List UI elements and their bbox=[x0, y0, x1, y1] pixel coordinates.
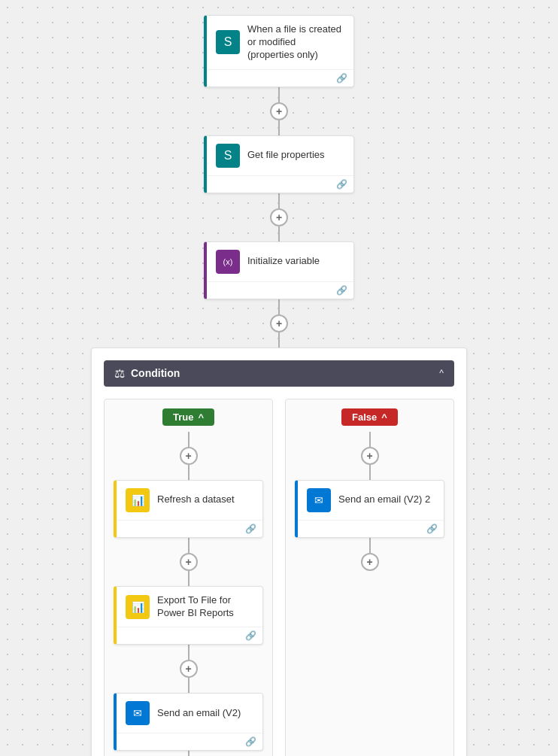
line bbox=[188, 432, 190, 447]
get-file-label: Get file properties bbox=[247, 149, 325, 162]
line bbox=[369, 465, 371, 480]
export-file-label: Export To File for Power BI Reports bbox=[157, 594, 253, 620]
condition-title: Condition bbox=[131, 367, 180, 379]
condition-collapse-btn[interactable]: ^ bbox=[439, 368, 444, 378]
link-icon-4: 🔗 bbox=[245, 524, 256, 534]
true-branch-label: True bbox=[173, 411, 193, 423]
line bbox=[188, 678, 190, 693]
export-file-card[interactable]: 📊 Export To File for Power BI Reports 🔗 bbox=[114, 586, 263, 645]
line bbox=[369, 538, 371, 553]
outlook-icon-2: ✉ bbox=[307, 488, 331, 512]
true-connector-2: + bbox=[180, 538, 198, 586]
send-email-v2-2-label: Send an email (V2) 2 bbox=[338, 493, 430, 506]
powerbi-icon-2: 📊 bbox=[126, 595, 150, 619]
true-collapse-icon: ^ bbox=[198, 411, 204, 423]
line bbox=[278, 226, 280, 241]
line bbox=[278, 332, 280, 348]
line bbox=[188, 571, 190, 586]
sharepoint-icon: S bbox=[216, 30, 240, 54]
line bbox=[188, 465, 190, 480]
outlook-icon-1: ✉ bbox=[126, 701, 150, 725]
link-icon-5: 🔗 bbox=[245, 630, 256, 641]
add-false-step-button-2[interactable]: + bbox=[361, 553, 379, 571]
condition-block: ⚖ Condition ^ True ^ + bbox=[91, 348, 467, 756]
init-var-label: Initialize variable bbox=[247, 255, 320, 268]
line bbox=[278, 120, 280, 135]
condition-header-left: ⚖ Condition bbox=[114, 366, 180, 381]
line bbox=[278, 299, 280, 314]
true-branch-header[interactable]: True ^ bbox=[162, 408, 214, 426]
add-step-button-2[interactable]: + bbox=[270, 208, 288, 226]
trigger-card[interactable]: S When a file is created or modified (pr… bbox=[204, 15, 354, 87]
add-false-step-button-1[interactable]: + bbox=[361, 447, 379, 465]
connector-1: + bbox=[270, 87, 288, 135]
line bbox=[278, 87, 280, 102]
line bbox=[278, 193, 280, 208]
true-connector-bottom: + bbox=[180, 751, 198, 756]
link-icon: 🔗 bbox=[336, 73, 347, 83]
add-true-step-button-3[interactable]: + bbox=[180, 660, 198, 678]
flow-canvas: S When a file is created or modified (pr… bbox=[0, 15, 558, 756]
get-file-card[interactable]: S Get file properties 🔗 bbox=[204, 135, 354, 193]
false-connector-bottom: + bbox=[361, 538, 379, 571]
trigger-label: When a file is created or modified (prop… bbox=[247, 23, 344, 62]
variable-icon: (x) bbox=[216, 250, 240, 274]
refresh-dataset-label: Refresh a dataset bbox=[157, 493, 235, 506]
connector-2: + bbox=[270, 193, 288, 241]
powerbi-icon-1: 📊 bbox=[126, 488, 150, 512]
true-connector-3: + bbox=[180, 645, 198, 693]
add-step-button-1[interactable]: + bbox=[270, 102, 288, 120]
add-true-step-button-1[interactable]: + bbox=[180, 447, 198, 465]
condition-icon: ⚖ bbox=[114, 366, 125, 381]
refresh-dataset-card[interactable]: 📊 Refresh a dataset 🔗 bbox=[114, 480, 263, 538]
false-connector-top: + bbox=[361, 432, 379, 480]
send-email-v2-2-card[interactable]: ✉ Send an email (V2) 2 🔗 bbox=[295, 480, 444, 538]
true-branch: True ^ + 📊 Refresh a dataset 🔗 bbox=[104, 399, 273, 756]
line bbox=[188, 645, 190, 660]
false-branch: False ^ + ✉ Send an email (V2) 2 bbox=[285, 399, 454, 756]
false-branch-label: False bbox=[352, 411, 377, 423]
send-email-label: Send an email (V2) bbox=[157, 707, 241, 720]
line bbox=[188, 751, 190, 756]
link-icon-2: 🔗 bbox=[336, 179, 347, 190]
line bbox=[369, 432, 371, 447]
condition-header[interactable]: ⚖ Condition ^ bbox=[104, 360, 454, 387]
sharepoint-icon-2: S bbox=[216, 144, 240, 168]
link-icon-6: 🔗 bbox=[245, 736, 256, 747]
branches-container: True ^ + 📊 Refresh a dataset 🔗 bbox=[104, 399, 454, 756]
false-collapse-icon: ^ bbox=[381, 411, 387, 423]
link-icon-3: 🔗 bbox=[336, 285, 347, 296]
send-email-card[interactable]: ✉ Send an email (V2) 🔗 bbox=[114, 693, 263, 751]
add-step-button-3[interactable]: + bbox=[270, 314, 288, 332]
true-connector-top: + bbox=[180, 432, 198, 480]
line bbox=[188, 538, 190, 553]
false-branch-header[interactable]: False ^ bbox=[341, 408, 398, 426]
add-true-step-button-2[interactable]: + bbox=[180, 553, 198, 571]
connector-3: + bbox=[270, 299, 288, 348]
link-icon-7: 🔗 bbox=[426, 524, 438, 534]
init-var-card[interactable]: (x) Initialize variable 🔗 bbox=[204, 241, 354, 299]
